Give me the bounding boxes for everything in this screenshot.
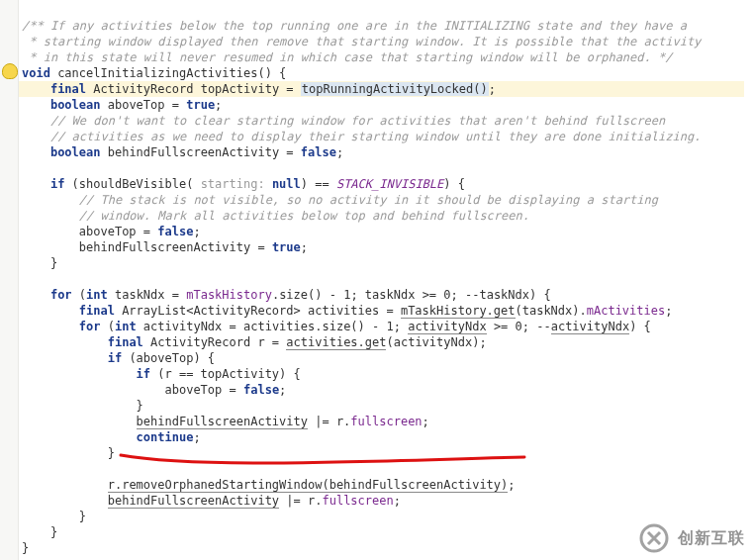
keyword: void — [22, 66, 50, 80]
constant: STACK_INVISIBLE — [336, 177, 443, 191]
punct: ; — [301, 240, 308, 254]
code: (aboveTop) { — [122, 351, 215, 365]
punct: } — [108, 446, 115, 460]
underlined: activityNdx — [551, 320, 629, 334]
field: mActivities — [587, 304, 665, 318]
underlined: activities.get — [286, 335, 386, 350]
code: >= 0; -- — [487, 320, 551, 333]
code: (r == topActivity) { — [150, 367, 301, 381]
keyword: continue — [137, 430, 194, 444]
comment-line: // The stack is not visible, so no activ… — [79, 193, 658, 207]
keyword: for — [50, 288, 72, 302]
keyword: if — [50, 177, 64, 191]
punct: } — [50, 525, 57, 539]
ident: aboveTop = — [79, 225, 157, 238]
method-call: (shouldBeVisible( — [72, 177, 201, 191]
type: ActivityRecord — [93, 82, 193, 96]
editor-gutter — [0, 0, 19, 560]
code: |= r. — [308, 415, 350, 428]
punct: } — [50, 256, 57, 270]
keyword: false — [301, 145, 336, 159]
underlined: mTaskHistory.get — [401, 304, 516, 319]
code: ActivityRecord r = — [143, 335, 287, 349]
punct: ) { — [443, 177, 465, 191]
punct: ) { — [629, 320, 651, 333]
field: mTaskHistory — [186, 288, 272, 302]
ident: topActivity = — [201, 82, 301, 96]
punct: ; — [665, 304, 672, 318]
code: activityNdx = activities.size() - 1; — [137, 320, 409, 333]
ident: aboveTop = — [108, 98, 186, 112]
keyword: false — [243, 383, 279, 397]
code: .size() - 1; taskNdx >= 0; --taskNdx) { — [272, 288, 551, 302]
field: fullscreen — [350, 415, 422, 428]
comment-line: * in this state will never resumed in wh… — [22, 50, 672, 64]
punct: ; — [215, 98, 222, 112]
comment-line: // activities as we need to display thei… — [50, 130, 701, 143]
punct: ; — [336, 145, 343, 159]
method-signature: cancelInitializingActivities() { — [57, 66, 286, 80]
underlined: behindFullscreenActivity — [137, 415, 308, 429]
punct: ; — [193, 225, 200, 238]
keyword: true — [186, 98, 215, 112]
code: ArrayList<ActivityRecord> activities = — [115, 304, 401, 318]
param-hint: starting: — [201, 177, 272, 191]
keyword: for — [79, 320, 101, 333]
punct: ; — [423, 415, 429, 428]
comment-line: // We don't want to clear starting windo… — [50, 114, 665, 128]
punct: } — [79, 510, 86, 523]
keyword: boolean — [50, 145, 101, 159]
punct: ; — [489, 82, 496, 96]
ident: behindFullscreenActivity = — [79, 240, 272, 254]
code: (taskNdx). — [516, 304, 587, 318]
punct: } — [137, 399, 143, 413]
punct: ( — [100, 320, 114, 333]
keyword: false — [157, 225, 193, 238]
keyword: if — [137, 367, 150, 381]
underlined: behindFullscreenActivity — [108, 494, 279, 509]
punct: ; — [508, 478, 515, 492]
keyword: null — [272, 177, 301, 191]
comment-line: * starting window displayed then remove … — [22, 35, 701, 48]
comment-line: // window. Mark all activities below top… — [79, 209, 529, 223]
comment-line: /** If any activities below the top runn… — [22, 19, 687, 33]
punct: ( — [72, 288, 86, 302]
punct: ) == — [301, 177, 336, 191]
keyword: final — [50, 82, 86, 96]
punct: ; — [394, 494, 401, 508]
ident: behindFullscreenActivity = — [108, 145, 301, 159]
keyword: boolean — [50, 98, 101, 112]
ident: aboveTop = — [165, 383, 243, 397]
lightbulb-icon[interactable] — [2, 63, 18, 79]
ident: taskNdx = — [108, 288, 186, 302]
field: fullscreen — [322, 494, 393, 508]
keyword: final — [108, 335, 143, 349]
keyword: true — [272, 240, 301, 254]
keyword: int — [86, 288, 108, 302]
watermark: 创新互联 — [638, 522, 745, 554]
keyword: int — [115, 320, 137, 333]
watermark-logo-icon — [638, 522, 670, 554]
code-editor[interactable]: /** If any activities below the top runn… — [0, 0, 753, 556]
punct: ; — [193, 430, 200, 444]
underlined: activityNdx — [408, 320, 486, 334]
keyword: final — [79, 304, 115, 318]
watermark-text: 创新互联 — [678, 530, 745, 546]
punct: } — [22, 541, 29, 555]
code: |= r. — [279, 494, 322, 508]
code: (activityNdx); — [386, 335, 486, 349]
punct: ; — [279, 383, 286, 397]
keyword: if — [108, 351, 122, 365]
underlined-call: r.removeOrphanedStartingWindow(behindFul… — [108, 478, 509, 493]
method-call: topRunningActivityLocked() — [301, 82, 489, 96]
